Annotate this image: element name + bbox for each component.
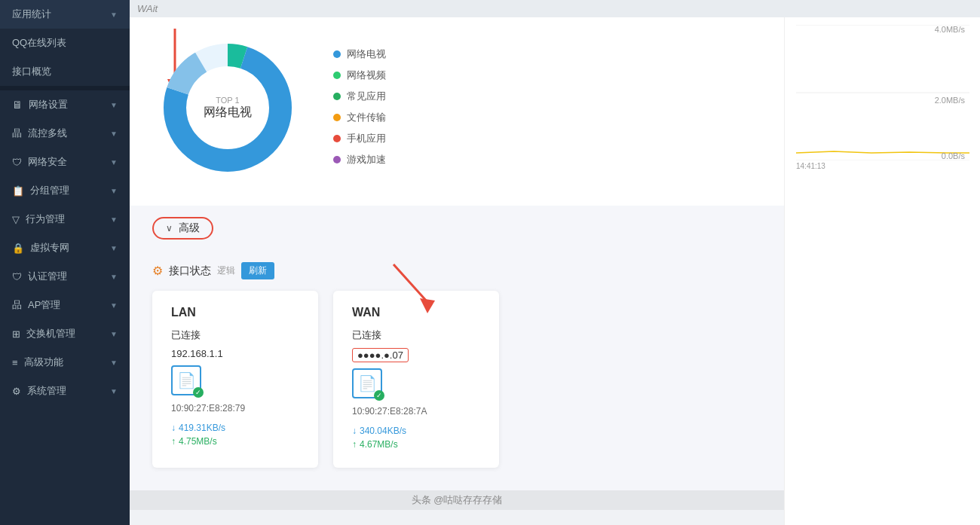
people-icon: ⚙	[152, 264, 163, 278]
top1-name: 网络电视	[204, 105, 252, 121]
sidebar-item-label: 流控多线	[28, 127, 67, 140]
sidebar-item-auth[interactable]: 🛡 认证管理 ▼	[0, 262, 130, 291]
sidebar-item-app-stats[interactable]: 应用统计 ▼	[0, 0, 130, 29]
sidebar-item-label: 行为管理	[26, 212, 65, 226]
legend-label-tv: 网络电视	[347, 47, 386, 61]
main-content: WAit	[130, 0, 980, 525]
line-chart-svg	[796, 25, 969, 160]
vpn-icon: 🔒	[12, 243, 24, 254]
interface-cards: LAN 已连接 192.168.1.1 📄 ✓ 10:90:27:E8:28:7…	[152, 291, 761, 468]
legend-dot-mobile	[333, 135, 341, 142]
chart-section: TOP 1 网络电视 网络电视 网络视频	[130, 17, 784, 206]
download-icon-wan: ↓	[352, 426, 357, 436]
wan-ip-value: ●●●●.●.07	[352, 348, 409, 362]
switch-icon: ⊞	[12, 328, 20, 340]
lan-status: 已连接	[171, 328, 299, 342]
sidebar-item-vpn[interactable]: 🔒 虚拟专网 ▼	[0, 234, 130, 262]
wan-annotation-arrow	[386, 257, 446, 320]
advanced-header[interactable]: ∨ 高级	[152, 217, 213, 240]
legend-item-common: 常见应用	[333, 90, 386, 103]
top1-label: TOP 1	[204, 96, 252, 105]
right-chart-panel: 4.0MB/s 2.0MB/s 0.0B/s 14:41:13	[784, 17, 980, 525]
sidebar-item-group-management[interactable]: 📋 分组管理 ▼	[0, 176, 130, 205]
interface-status-subtitle: 逻辑	[217, 264, 235, 277]
lan-card-title: LAN	[171, 306, 299, 319]
upload-icon-wan: ↑	[352, 439, 357, 450]
chevron-down-icon: ▼	[110, 330, 118, 338]
advanced-icon: ≡	[12, 357, 18, 368]
refresh-button[interactable]: 刷新	[241, 262, 274, 279]
behavior-icon: ▽	[12, 214, 20, 225]
legend-dot-video	[333, 72, 341, 79]
sidebar-item-interface-overview[interactable]: 接口概览	[0, 57, 130, 86]
gear-icon: ⚙	[12, 386, 21, 397]
lan-ip: 192.168.1.1	[171, 348, 299, 359]
legend-item-file: 文件传输	[333, 111, 386, 124]
lan-mac: 10:90:27:E8:28:79	[171, 403, 299, 414]
sidebar-item-switch[interactable]: ⊞ 交换机管理 ▼	[0, 319, 130, 348]
lan-network-icon: 📄 ✓	[171, 365, 201, 395]
ap-icon: 品	[12, 298, 22, 312]
chevron-down-icon: ▼	[110, 359, 118, 367]
interface-status-header: ⚙ 接口状态 逻辑 刷新	[152, 262, 761, 279]
wan-check-icon: ✓	[374, 390, 384, 401]
sidebar-item-behavior[interactable]: ▽ 行为管理 ▼	[0, 205, 130, 234]
legend-dot-file	[333, 114, 341, 121]
donut-chart: TOP 1 网络电视	[152, 32, 303, 183]
traffic-icon: 晶	[12, 127, 22, 140]
sidebar-item-network-security[interactable]: 🛡 网络安全 ▼	[0, 148, 130, 176]
svg-marker-7	[420, 298, 435, 313]
sidebar-item-system[interactable]: ⚙ 系统管理 ▼	[0, 377, 130, 405]
wan-icon-row: 📄 ✓	[352, 368, 480, 398]
sidebar-item-qq-online[interactable]: QQ在线列表	[0, 29, 130, 57]
legend-item-mobile: 手机应用	[333, 132, 386, 145]
lan-download-speed: ↓ 419.31KB/s	[171, 423, 299, 433]
auth-icon: 🛡	[12, 271, 22, 282]
content-area: TOP 1 网络电视 网络电视 网络视频	[130, 17, 980, 525]
interface-status-title: 接口状态	[169, 264, 211, 278]
chevron-down-icon: ▼	[110, 301, 118, 310]
chevron-down-icon: ▼	[110, 273, 118, 281]
line-chart-container: 4.0MB/s 2.0MB/s 0.0B/s 14:41:13	[796, 25, 969, 176]
chevron-down-icon: ▼	[110, 244, 118, 252]
sidebar-item-label: 交换机管理	[26, 327, 75, 340]
legend-dot-tv	[333, 50, 341, 58]
sidebar-item-label: 分组管理	[30, 184, 69, 197]
legend-label-mobile: 手机应用	[347, 132, 386, 145]
sidebar-item-label: 应用统计	[12, 8, 51, 21]
bottom-watermark: 头条 @咕哒存存存储	[130, 490, 784, 510]
chevron-down-icon: ▼	[110, 101, 118, 109]
legend-label-file: 文件传输	[347, 111, 386, 124]
y-label-0: 0.0B/s	[942, 151, 965, 160]
wan-upload-speed: ↑ 4.67MB/s	[352, 439, 480, 450]
sidebar: 应用统计 ▼ QQ在线列表 接口概览 🖥 网络设置 ▼ 晶 流控多线 ▼ 🛡 网…	[0, 0, 130, 525]
sidebar-item-network-settings[interactable]: 🖥 网络设置 ▼	[0, 90, 130, 119]
chevron-down-icon: ▼	[110, 215, 118, 224]
shield-icon: 🛡	[12, 157, 22, 168]
legend-dot-game	[333, 156, 341, 163]
chevron-down-icon: ▼	[110, 11, 118, 19]
chevron-icon: ∨	[166, 223, 173, 234]
chart-legend: 网络电视 网络视频 常见应用 文件传输	[333, 47, 386, 166]
chevron-down-icon: ▼	[110, 187, 118, 195]
network-device-icon-wan: 📄	[358, 374, 377, 392]
sidebar-item-label: 虚拟专网	[30, 241, 69, 255]
sidebar-item-ap[interactable]: 品 AP管理 ▼	[0, 291, 130, 319]
sidebar-item-label: 高级功能	[24, 356, 63, 369]
upload-icon: ↑	[171, 436, 176, 447]
lan-check-icon: ✓	[193, 387, 204, 398]
download-icon: ↓	[171, 423, 176, 433]
legend-item-tv: 网络电视	[333, 47, 386, 61]
sidebar-item-label: 系统管理	[27, 384, 66, 398]
monitor-icon: 🖥	[12, 99, 23, 111]
legend-item-video: 网络视频	[333, 69, 386, 82]
advanced-section: ∨ 高级 ⚙ 接口状态 逻辑 刷新	[130, 206, 784, 490]
advanced-header-label: 高级	[179, 221, 200, 235]
chevron-down-icon: ▼	[110, 158, 118, 166]
wan-download-speed: ↓ 340.04KB/s	[352, 426, 480, 436]
network-device-icon: 📄	[177, 371, 196, 389]
sidebar-item-label: QQ在线列表	[12, 36, 66, 50]
wan-network-icon: 📄 ✓	[352, 368, 382, 398]
sidebar-item-traffic[interactable]: 晶 流控多线 ▼	[0, 119, 130, 148]
sidebar-item-advanced-func[interactable]: ≡ 高级功能 ▼	[0, 348, 130, 377]
